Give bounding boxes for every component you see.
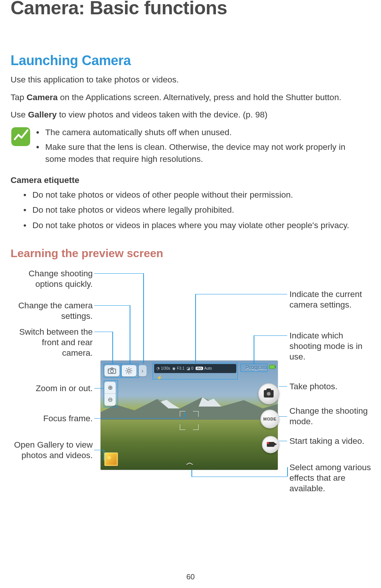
bullet: • — [36, 141, 39, 166]
note-list: •The camera automatically shuts off when… — [36, 126, 366, 168]
shutter-button[interactable] — [258, 383, 279, 404]
text: Tap — [11, 93, 27, 102]
callout-effects: Select among various effects that are av… — [289, 462, 376, 494]
callout-gallery: Open Gallery to view photos and videos. — [11, 440, 93, 461]
etiquette-list: •Do not take photos or videos of other p… — [11, 189, 366, 232]
etiquette-text: Do not take photos or videos in places w… — [32, 219, 349, 232]
callout-zoom: Zoom in or out. — [11, 383, 93, 394]
gallery-thumbnail[interactable] — [104, 452, 118, 466]
note-block: •The camera automatically shuts off when… — [11, 126, 366, 168]
etiquette-text: Do not take photos or videos where legal… — [32, 204, 234, 216]
bullet: • — [23, 204, 26, 216]
note-text: Make sure that the lens is clean. Otherw… — [45, 141, 366, 166]
callout-mode-indicator: Indicate which shooting mode is in use. — [289, 331, 376, 362]
preview-diagram: ◔ 1/30s ◉ F3.1 ◪ 0 ISO Auto ⚡ › ⊕ ⊖ Prog… — [11, 267, 366, 500]
bullet: • — [23, 219, 26, 232]
intro-paragraph-1: Use this application to take photos or v… — [11, 74, 366, 86]
callout-camera-settings: Change the camera settings. — [11, 300, 93, 321]
note-text: The camera automatically shuts off when … — [45, 126, 232, 139]
etiquette-item: •Do not take photos or videos of other p… — [23, 189, 366, 201]
intro-paragraph-2: Tap Camera on the Applications screen. A… — [11, 91, 366, 104]
text: to view photos and videos taken with the… — [57, 110, 268, 119]
mode-button[interactable]: MODE — [260, 410, 279, 428]
callout-quick-options: Change shooting options quickly. — [11, 268, 93, 289]
intro-paragraph-3: Use Gallery to view photos and videos ta… — [11, 109, 366, 121]
text: on the Applications screen. Alternativel… — [58, 93, 341, 102]
etiquette-text: Do not take photos or videos of other pe… — [32, 189, 293, 201]
callout-start-video: Start taking a video. — [289, 436, 376, 446]
callout-focus-frame: Focus frame. — [11, 413, 93, 424]
etiquette-item: •Do not take photos or videos where lega… — [23, 204, 366, 216]
page-number: 60 — [186, 573, 194, 581]
page-title: Camera: Basic functions — [11, 0, 366, 19]
callout-switch-camera: Switch between the front and rear camera… — [11, 327, 93, 358]
note-item: •The camera automatically shuts off when… — [36, 126, 366, 139]
callout-current-settings: Indicate the current camera settings. — [289, 289, 376, 310]
camera-etiquette-heading: Camera etiquette — [11, 175, 366, 185]
video-record-button[interactable] — [262, 436, 279, 453]
section-launching-camera: Launching Camera — [11, 53, 366, 69]
callout-change-mode: Change the shooting mode. — [289, 406, 376, 427]
bold-camera: Camera — [27, 93, 58, 102]
section-preview-screen: Learning the preview screen — [11, 247, 366, 260]
etiquette-item: •Do not take photos or videos in places … — [23, 219, 366, 232]
note-icon — [11, 126, 31, 147]
camera-icon — [264, 390, 274, 398]
callout-take-photo: Take photos. — [289, 381, 376, 392]
text: Use — [11, 110, 28, 119]
battery-icon — [269, 365, 275, 369]
bullet: • — [23, 189, 26, 201]
note-item: •Make sure that the lens is clean. Other… — [36, 141, 366, 166]
quick-options-button[interactable]: › — [138, 365, 147, 376]
bullet: • — [36, 126, 39, 139]
bold-gallery: Gallery — [28, 110, 57, 119]
focus-frame — [180, 411, 199, 430]
effects-chevron-icon[interactable]: ︿ — [186, 457, 192, 468]
